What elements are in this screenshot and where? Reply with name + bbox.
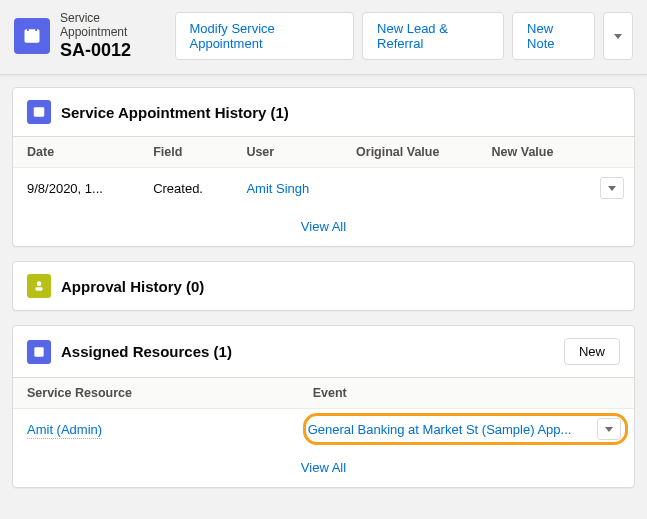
cell-user-link[interactable]: Amit Singh [232,168,342,209]
header-actions: Modify Service Appointment New Lead & Re… [175,12,634,60]
assigned-resources-table: Service Resource Event Amit (Admin) Gene… [13,377,634,450]
card-title: Approval History (0) [61,278,204,295]
more-actions-button[interactable] [603,12,633,60]
new-assigned-resource-button[interactable]: New [564,338,620,365]
table-row: 9/8/2020, 1... Created. Amit Singh [13,168,634,209]
col-user: User [232,137,342,168]
related-lists: Service Appointment History (1) Date Fie… [0,75,647,500]
cell-original-value [342,168,478,209]
view-all-assigned: View All [13,450,634,487]
svg-rect-6 [34,347,43,356]
svg-point-4 [37,282,42,287]
new-lead-referral-button[interactable]: New Lead & Referral [362,12,504,60]
event-link[interactable]: General Banking at Market St (Sample) Ap… [308,422,589,437]
service-resource-link[interactable]: Amit (Admin) [27,422,102,439]
card-header: Approval History (0) [13,262,634,310]
assigned-resources-card: Assigned Resources (1) New Service Resou… [12,325,635,488]
chevron-down-icon [608,186,616,191]
object-label: Service Appointment [60,12,165,40]
view-all-link[interactable]: View All [301,460,346,475]
col-date: Date [13,137,139,168]
col-service-resource: Service Resource [13,378,299,409]
cell-date: 9/8/2020, 1... [13,168,139,209]
record-name: SA-0012 [60,40,165,61]
approval-history-card: Approval History (0) [12,261,635,311]
service-appointment-history-card: Service Appointment History (1) Date Fie… [12,87,635,247]
approval-icon [27,274,51,298]
card-header: Service Appointment History (1) [13,88,634,136]
svg-rect-5 [36,287,43,291]
cell-field: Created. [139,168,232,209]
row-action-menu[interactable] [600,177,624,199]
row-action-menu[interactable] [597,418,621,440]
col-new-value: New Value [478,137,586,168]
title-block: Service Appointment SA-0012 [60,12,165,60]
page-header: Service Appointment SA-0012 Modify Servi… [0,0,647,75]
table-row: Amit (Admin) General Banking at Market S… [13,409,634,450]
card-title: Service Appointment History (1) [61,104,289,121]
col-actions [586,137,634,168]
svg-rect-1 [27,28,29,31]
assigned-resources-icon [27,340,51,364]
chevron-down-icon [605,427,613,432]
card-title: Assigned Resources (1) [61,343,232,360]
new-note-button[interactable]: New Note [512,12,595,60]
history-table: Date Field User Original Value New Value… [13,136,634,209]
modify-service-appointment-button[interactable]: Modify Service Appointment [175,12,355,60]
cell-service-resource: Amit (Admin) [13,409,299,450]
svg-rect-0 [25,29,40,42]
history-icon [27,100,51,124]
view-all-history: View All [13,209,634,246]
view-all-link[interactable]: View All [301,219,346,234]
event-highlight: General Banking at Market St (Sample) Ap… [303,413,628,445]
card-header: Assigned Resources (1) New [13,326,634,377]
cell-new-value [478,168,586,209]
svg-rect-3 [34,108,45,117]
col-field: Field [139,137,232,168]
service-appointment-icon [14,18,50,54]
col-event: Event [299,378,634,409]
chevron-down-icon [614,34,622,39]
col-original-value: Original Value [342,137,478,168]
svg-rect-2 [35,28,37,31]
